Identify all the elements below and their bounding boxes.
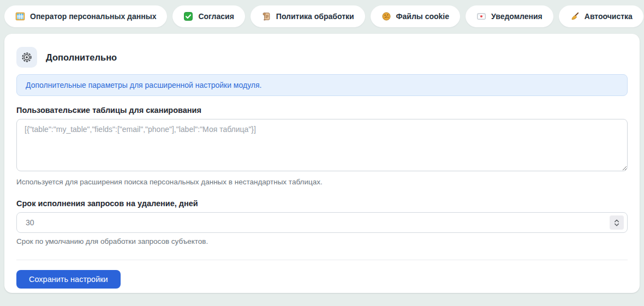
deletion-term-label: Срок исполнения запросов на удаление, дн…	[16, 199, 628, 208]
tab-personal-data-operator[interactable]: Оператор персональных данных	[4, 5, 167, 27]
broom-icon	[570, 11, 580, 21]
tab-consents[interactable]: Согласия	[172, 5, 245, 27]
panel-header: Дополнительно	[16, 47, 628, 68]
tab-label: Согласия	[198, 12, 234, 21]
divider	[16, 260, 628, 260]
settings-tab-bar: Оператор персональных данных Согласия По…	[4, 5, 640, 27]
table-icon	[15, 11, 25, 21]
custom-tables-textarea[interactable]	[16, 119, 628, 171]
tab-label: Уведомления	[491, 12, 542, 21]
cookie-icon	[381, 11, 391, 21]
tab-cookies[interactable]: Файлы cookie	[371, 5, 460, 27]
scroll-icon	[261, 11, 271, 21]
custom-tables-help: Используется для расширения поиска персо…	[16, 178, 628, 186]
deletion-term-input[interactable]	[16, 212, 628, 233]
deletion-term-help: Срок по умолчанию для обработки запросов…	[16, 237, 628, 245]
tab-label: Политика обработки	[276, 12, 354, 21]
tab-label: Файлы cookie	[396, 12, 449, 21]
save-settings-button[interactable]: Сохранить настройки	[16, 270, 121, 289]
custom-tables-label: Пользовательские таблицы для сканировани…	[16, 106, 628, 115]
tab-processing-policy[interactable]: Политика обработки	[251, 5, 365, 27]
envelope-icon	[476, 11, 486, 21]
tab-label: Оператор персональных данных	[30, 12, 156, 21]
custom-tables-group: Пользовательские таблицы для сканировани…	[16, 106, 628, 186]
additional-settings-panel: Дополнительно Дополнительные параметры д…	[4, 34, 640, 293]
number-stepper[interactable]	[610, 215, 624, 230]
gear-icon	[16, 47, 37, 68]
tab-autocleanup[interactable]: Автоочистка	[559, 5, 643, 27]
page-title: Дополнительно	[46, 52, 117, 63]
tab-notifications[interactable]: Уведомления	[466, 5, 553, 27]
tab-label: Автоочистка	[585, 12, 633, 21]
checkbox-icon	[183, 11, 193, 21]
deletion-term-group: Срок исполнения запросов на удаление, дн…	[16, 199, 628, 245]
info-alert: Дополнительные параметры для расширенной…	[16, 74, 628, 96]
